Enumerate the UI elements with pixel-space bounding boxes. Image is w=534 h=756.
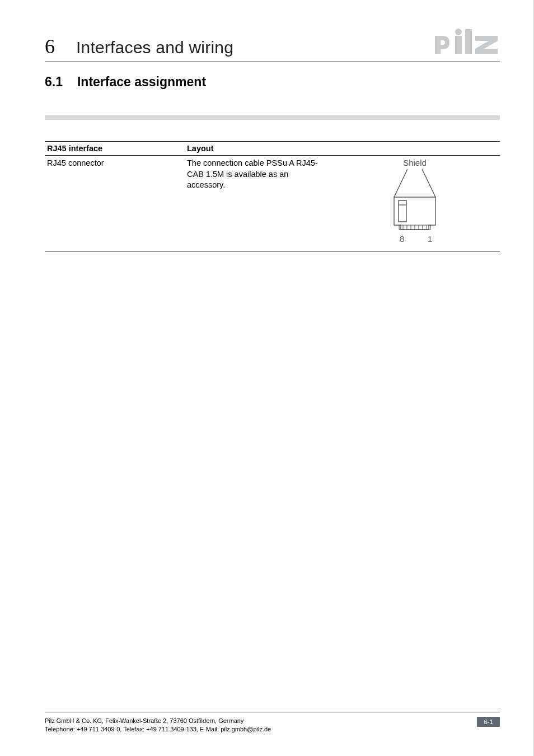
section-title: Interface assignment <box>77 74 206 90</box>
svg-line-4 <box>422 169 435 197</box>
th-diagram <box>330 142 500 156</box>
th-interface: RJ45 interface <box>45 142 185 156</box>
section-number: 6.1 <box>45 74 63 90</box>
th-layout: Layout <box>185 142 330 156</box>
cell-diagram: Shield <box>330 156 500 251</box>
svg-rect-1 <box>455 36 462 54</box>
pilz-logo <box>434 28 500 58</box>
section-heading: 6.1 Interface assignment <box>45 74 500 90</box>
svg-line-3 <box>394 169 407 197</box>
shield-label: Shield <box>403 158 427 167</box>
page-number-badge: 6-1 <box>477 717 500 727</box>
page-header: 6 Interfaces and wiring <box>45 28 500 62</box>
page: 6 Interfaces and wiring 6. <box>0 0 534 756</box>
pin-left-label: 8 <box>400 234 404 244</box>
pin-right-label: 1 <box>428 234 432 244</box>
section-divider <box>45 115 500 120</box>
chapter-number: 6 <box>45 35 55 58</box>
svg-point-0 <box>455 29 462 35</box>
page-footer: Pilz GmbH & Co. KG, Felix-Wankel-Straße … <box>45 712 500 734</box>
footer-line1: Pilz GmbH & Co. KG, Felix-Wankel-Straße … <box>45 717 271 725</box>
footer-line2: Telephone: +49 711 3409-0, Telefax: +49 … <box>45 725 271 734</box>
footer-rule <box>45 712 500 712</box>
header-left: 6 Interfaces and wiring <box>45 35 233 58</box>
chapter-title: Interfaces and wiring <box>76 38 233 57</box>
svg-rect-2 <box>465 29 472 54</box>
footer-text: Pilz GmbH & Co. KG, Felix-Wankel-Straße … <box>45 717 271 734</box>
cell-interface: RJ45 connector <box>45 156 185 251</box>
rj45-diagram: Shield <box>373 158 457 248</box>
interface-table: RJ45 interface Layout RJ45 connector The… <box>45 141 500 251</box>
table-header-row: RJ45 interface Layout <box>45 142 500 156</box>
table-row: RJ45 connector The connection cable PSSu… <box>45 156 500 251</box>
cell-layout: The connection cable PSSu A RJ45-CAB 1.5… <box>185 156 330 251</box>
footer-row: Pilz GmbH & Co. KG, Felix-Wankel-Straße … <box>45 717 500 734</box>
